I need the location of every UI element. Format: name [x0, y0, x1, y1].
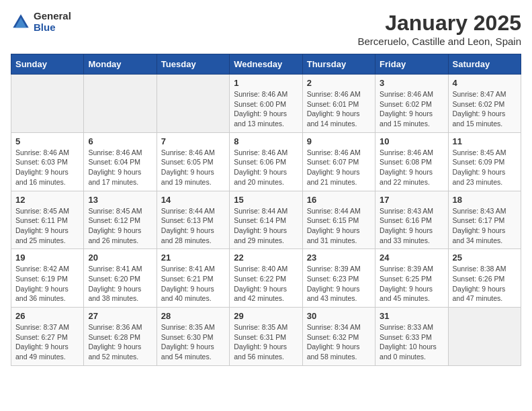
day-detail: Sunrise: 8:43 AM Sunset: 6:17 PM Dayligh…	[453, 206, 517, 246]
day-detail: Sunrise: 8:36 AM Sunset: 6:28 PM Dayligh…	[88, 322, 152, 362]
day-detail: Sunrise: 8:41 AM Sunset: 6:21 PM Dayligh…	[161, 264, 225, 304]
day-number: 5	[15, 136, 79, 146]
calendar-cell: 16Sunrise: 8:44 AM Sunset: 6:15 PM Dayli…	[302, 191, 375, 249]
weekday-header: Thursday	[302, 54, 375, 75]
calendar-cell: 29Sunrise: 8:35 AM Sunset: 6:31 PM Dayli…	[230, 308, 302, 366]
calendar-cell: 24Sunrise: 8:39 AM Sunset: 6:25 PM Dayli…	[375, 249, 448, 308]
calendar-cell: 19Sunrise: 8:42 AM Sunset: 6:19 PM Dayli…	[11, 249, 84, 308]
day-detail: Sunrise: 8:44 AM Sunset: 6:15 PM Dayligh…	[307, 206, 371, 246]
calendar-cell	[157, 75, 229, 133]
day-detail: Sunrise: 8:34 AM Sunset: 6:32 PM Dayligh…	[307, 322, 371, 362]
logo-text: General Blue	[34, 11, 71, 33]
weekday-header: Saturday	[448, 54, 521, 75]
calendar-cell: 9Sunrise: 8:46 AM Sunset: 6:07 PM Daylig…	[302, 132, 375, 191]
logo-general: General	[34, 11, 71, 22]
day-number: 26	[15, 311, 79, 321]
calendar-cell: 30Sunrise: 8:34 AM Sunset: 6:32 PM Dayli…	[302, 308, 375, 366]
day-detail: Sunrise: 8:46 AM Sunset: 6:07 PM Dayligh…	[307, 148, 371, 187]
day-number: 10	[380, 136, 443, 146]
calendar-subtitle: Berceruelo, Castille and Leon, Spain	[358, 36, 522, 47]
calendar-cell	[84, 75, 157, 133]
calendar-cell: 10Sunrise: 8:46 AM Sunset: 6:08 PM Dayli…	[375, 132, 448, 191]
day-number: 3	[380, 78, 443, 88]
day-number: 9	[307, 136, 371, 146]
day-number: 11	[453, 136, 517, 146]
calendar-week-row: 1Sunrise: 8:46 AM Sunset: 6:00 PM Daylig…	[11, 75, 521, 133]
day-detail: Sunrise: 8:41 AM Sunset: 6:20 PM Dayligh…	[88, 264, 152, 304]
day-number: 15	[234, 195, 298, 205]
day-detail: Sunrise: 8:39 AM Sunset: 6:25 PM Dayligh…	[380, 264, 443, 304]
logo-blue: Blue	[34, 22, 71, 34]
day-detail: Sunrise: 8:46 AM Sunset: 6:04 PM Dayligh…	[88, 148, 152, 187]
calendar-cell: 3Sunrise: 8:46 AM Sunset: 6:02 PM Daylig…	[375, 75, 448, 133]
calendar-week-row: 26Sunrise: 8:37 AM Sunset: 6:27 PM Dayli…	[11, 308, 521, 366]
day-detail: Sunrise: 8:45 AM Sunset: 6:11 PM Dayligh…	[15, 206, 79, 246]
header: General Blue January 2025 Berceruelo, Ca…	[11, 11, 521, 47]
day-number: 12	[15, 195, 79, 205]
calendar-cell: 25Sunrise: 8:38 AM Sunset: 6:26 PM Dayli…	[448, 249, 521, 308]
calendar-cell: 18Sunrise: 8:43 AM Sunset: 6:17 PM Dayli…	[448, 191, 521, 249]
day-number: 1	[234, 78, 298, 88]
day-detail: Sunrise: 8:47 AM Sunset: 6:02 PM Dayligh…	[453, 89, 517, 129]
day-detail: Sunrise: 8:46 AM Sunset: 6:08 PM Dayligh…	[380, 148, 443, 187]
day-detail: Sunrise: 8:45 AM Sunset: 6:12 PM Dayligh…	[88, 206, 152, 246]
day-detail: Sunrise: 8:35 AM Sunset: 6:31 PM Dayligh…	[234, 322, 298, 362]
day-detail: Sunrise: 8:35 AM Sunset: 6:30 PM Dayligh…	[161, 322, 225, 362]
day-number: 22	[234, 253, 298, 263]
day-number: 4	[453, 78, 517, 88]
day-detail: Sunrise: 8:37 AM Sunset: 6:27 PM Dayligh…	[15, 322, 79, 362]
day-detail: Sunrise: 8:43 AM Sunset: 6:16 PM Dayligh…	[380, 206, 443, 246]
calendar-cell: 11Sunrise: 8:45 AM Sunset: 6:09 PM Dayli…	[448, 132, 521, 191]
calendar-cell: 21Sunrise: 8:41 AM Sunset: 6:21 PM Dayli…	[157, 249, 229, 308]
calendar-cell: 7Sunrise: 8:46 AM Sunset: 6:05 PM Daylig…	[157, 132, 229, 191]
calendar-cell: 31Sunrise: 8:33 AM Sunset: 6:33 PM Dayli…	[375, 308, 448, 366]
calendar-cell: 27Sunrise: 8:36 AM Sunset: 6:28 PM Dayli…	[84, 308, 157, 366]
calendar-week-row: 5Sunrise: 8:46 AM Sunset: 6:03 PM Daylig…	[11, 132, 521, 191]
day-detail: Sunrise: 8:46 AM Sunset: 6:00 PM Dayligh…	[234, 89, 298, 129]
day-number: 30	[307, 311, 371, 321]
day-detail: Sunrise: 8:33 AM Sunset: 6:33 PM Dayligh…	[380, 322, 443, 362]
day-number: 13	[88, 195, 152, 205]
day-detail: Sunrise: 8:46 AM Sunset: 6:01 PM Dayligh…	[307, 89, 371, 129]
day-number: 21	[161, 253, 225, 263]
day-number: 16	[307, 195, 371, 205]
day-detail: Sunrise: 8:46 AM Sunset: 6:03 PM Dayligh…	[15, 148, 79, 187]
calendar-cell: 6Sunrise: 8:46 AM Sunset: 6:04 PM Daylig…	[84, 132, 157, 191]
day-detail: Sunrise: 8:40 AM Sunset: 6:22 PM Dayligh…	[234, 264, 298, 304]
day-detail: Sunrise: 8:46 AM Sunset: 6:05 PM Dayligh…	[161, 148, 225, 187]
day-number: 25	[453, 253, 517, 263]
calendar-cell: 23Sunrise: 8:39 AM Sunset: 6:23 PM Dayli…	[302, 249, 375, 308]
day-number: 20	[88, 253, 152, 263]
day-number: 8	[234, 136, 298, 146]
calendar-cell: 20Sunrise: 8:41 AM Sunset: 6:20 PM Dayli…	[84, 249, 157, 308]
day-number: 18	[453, 195, 517, 205]
calendar-cell: 8Sunrise: 8:46 AM Sunset: 6:06 PM Daylig…	[230, 132, 302, 191]
day-detail: Sunrise: 8:42 AM Sunset: 6:19 PM Dayligh…	[15, 264, 79, 304]
calendar-title: January 2025	[358, 11, 522, 36]
calendar-cell: 1Sunrise: 8:46 AM Sunset: 6:00 PM Daylig…	[230, 75, 302, 133]
day-number: 7	[161, 136, 225, 146]
day-number: 24	[380, 253, 443, 263]
calendar-week-row: 19Sunrise: 8:42 AM Sunset: 6:19 PM Dayli…	[11, 249, 521, 308]
calendar-cell: 2Sunrise: 8:46 AM Sunset: 6:01 PM Daylig…	[302, 75, 375, 133]
day-detail: Sunrise: 8:38 AM Sunset: 6:26 PM Dayligh…	[453, 264, 517, 304]
weekday-header: Wednesday	[230, 54, 302, 75]
calendar-cell: 17Sunrise: 8:43 AM Sunset: 6:16 PM Dayli…	[375, 191, 448, 249]
calendar-cell	[448, 308, 521, 366]
day-number: 6	[88, 136, 152, 146]
calendar-cell: 22Sunrise: 8:40 AM Sunset: 6:22 PM Dayli…	[230, 249, 302, 308]
logo: General Blue	[11, 11, 71, 33]
calendar-cell: 15Sunrise: 8:44 AM Sunset: 6:14 PM Dayli…	[230, 191, 302, 249]
day-detail: Sunrise: 8:45 AM Sunset: 6:09 PM Dayligh…	[453, 148, 517, 187]
calendar-cell: 4Sunrise: 8:47 AM Sunset: 6:02 PM Daylig…	[448, 75, 521, 133]
weekday-header-row: SundayMondayTuesdayWednesdayThursdayFrid…	[11, 54, 521, 75]
calendar-cell	[11, 75, 84, 133]
day-number: 31	[380, 311, 443, 321]
weekday-header: Sunday	[11, 54, 84, 75]
calendar-week-row: 12Sunrise: 8:45 AM Sunset: 6:11 PM Dayli…	[11, 191, 521, 249]
calendar-cell: 12Sunrise: 8:45 AM Sunset: 6:11 PM Dayli…	[11, 191, 84, 249]
day-number: 19	[15, 253, 79, 263]
day-number: 28	[161, 311, 225, 321]
day-detail: Sunrise: 8:46 AM Sunset: 6:02 PM Dayligh…	[380, 89, 443, 129]
calendar-cell: 14Sunrise: 8:44 AM Sunset: 6:13 PM Dayli…	[157, 191, 229, 249]
